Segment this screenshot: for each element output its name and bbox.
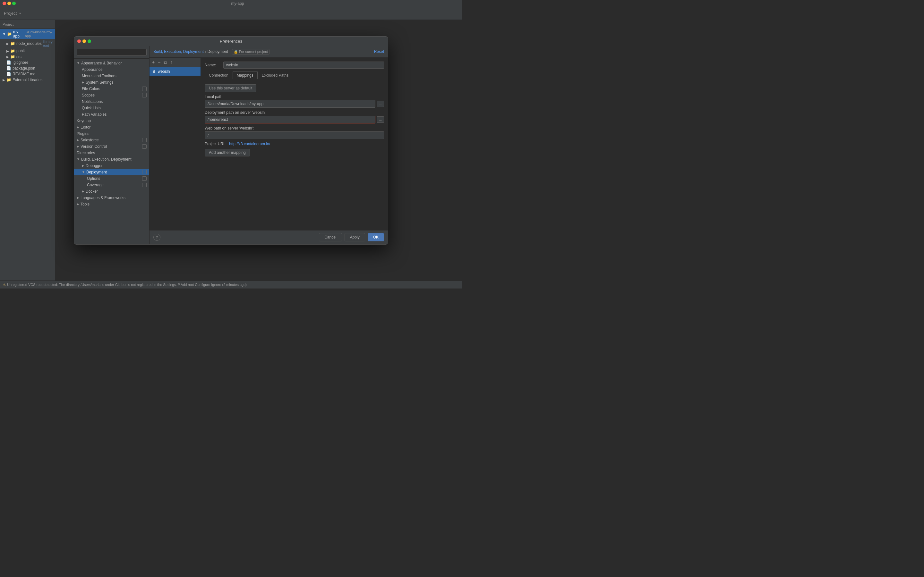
pref-item-keymap[interactable]: Keymap xyxy=(74,118,149,124)
tab-excluded-paths-label: Excluded Paths xyxy=(262,73,288,77)
pref-item-appearance[interactable]: Appearance xyxy=(74,66,149,73)
server-name-input[interactable] xyxy=(223,61,384,69)
tab-mappings[interactable]: Mappings xyxy=(233,71,258,79)
arrow-salesforce: ▶ xyxy=(77,138,79,142)
tab-excluded-paths[interactable]: Excluded Paths xyxy=(258,71,292,79)
pref-item-options[interactable]: Options xyxy=(74,175,149,182)
tree-item-gitignore[interactable]: 📄 .gitignore xyxy=(0,60,55,65)
pref-item-languages[interactable]: ▶ Languages & Frameworks xyxy=(74,195,149,201)
tree-label-public: public xyxy=(16,49,26,53)
pref-label-system-settings: System Settings xyxy=(86,80,113,85)
close-window-btn[interactable] xyxy=(3,2,6,5)
pref-item-quick-lists[interactable]: Quick Lists xyxy=(74,105,149,111)
minimize-window-btn[interactable] xyxy=(7,2,11,5)
library-root-badge: library root xyxy=(43,40,53,47)
tabs-row: Connection Mappings Excluded Paths xyxy=(205,71,384,79)
tree-item-node-modules[interactable]: ▶ 📁 node_modules library root xyxy=(0,39,55,48)
pref-item-notifications[interactable]: Notifications xyxy=(74,98,149,105)
file-icon-readme: 📄 xyxy=(6,72,11,76)
dialog-minimize-btn[interactable] xyxy=(82,39,86,43)
options-badge xyxy=(142,176,147,181)
file-icon-gitignore: 📄 xyxy=(6,60,11,65)
app-title: my-app xyxy=(16,1,459,6)
tree-item-root[interactable]: ▼ 📁 my-app ~/Downloads/my-app xyxy=(0,29,55,39)
pref-item-appearance-behavior[interactable]: ▼ Appearance & Behavior xyxy=(74,60,149,66)
deployment-path-browse-btn[interactable]: ... xyxy=(376,116,384,123)
arrow-languages: ▶ xyxy=(77,196,79,199)
project-url-link[interactable]: http://x3.containerum.io/ xyxy=(229,142,270,146)
pref-item-directories[interactable]: Directories xyxy=(74,150,149,156)
pref-label-notifications: Notifications xyxy=(82,99,103,104)
pref-item-version-control[interactable]: ▶ Version Control xyxy=(74,143,149,150)
copy-server-btn[interactable]: ⧉ xyxy=(162,59,168,66)
breadcrumb-tag-text: For current project xyxy=(239,50,268,53)
maximize-window-btn[interactable] xyxy=(12,2,16,5)
pref-item-system-settings[interactable]: ▶ System Settings xyxy=(74,79,149,85)
pref-item-path-variables[interactable]: Path Variables xyxy=(74,111,149,118)
salesforce-badge xyxy=(142,138,147,142)
tree-item-readme[interactable]: 📄 README.md xyxy=(0,71,55,77)
deployment-path-input[interactable] xyxy=(205,116,375,123)
server-list-container: + − ⧉ ↑ 🖥 websln xyxy=(150,58,201,230)
local-path-input[interactable] xyxy=(205,100,375,108)
pref-item-menus-toolbars[interactable]: Menus and Toolbars xyxy=(74,73,149,79)
ok-button[interactable]: OK xyxy=(368,233,384,242)
window-controls[interactable] xyxy=(3,2,16,5)
dialog-close-btn[interactable] xyxy=(78,39,81,43)
web-path-field: Web path on server 'websln': xyxy=(205,126,384,139)
deployment-path-input-row: ... xyxy=(205,116,384,123)
folder-icon-public: 📁 xyxy=(10,49,15,53)
tree-arrow-src: ▶ xyxy=(6,55,9,59)
breadcrumb-part1[interactable]: Build, Execution, Deployment xyxy=(153,49,204,54)
local-path-browse-btn[interactable]: ... xyxy=(376,101,384,107)
tab-connection[interactable]: Connection xyxy=(205,71,233,79)
move-server-up-btn[interactable]: ↑ xyxy=(169,59,174,65)
folder-icon-external-libs: 📁 xyxy=(6,77,11,82)
pref-item-debugger[interactable]: ▶ Debugger xyxy=(74,163,149,169)
pref-item-build-execution[interactable]: ▼ Build, Execution, Deployment xyxy=(74,156,149,163)
web-path-input-row xyxy=(205,131,384,139)
tree-label-gitignore: .gitignore xyxy=(13,60,28,65)
pref-item-coverage[interactable]: Coverage xyxy=(74,182,149,188)
pref-item-docker[interactable]: ▶ Docker xyxy=(74,188,149,195)
dialog-maximize-btn[interactable] xyxy=(87,39,91,43)
server-list: 🖥 websln xyxy=(150,67,200,230)
tree-item-src[interactable]: ▶ 📁 src xyxy=(0,54,55,60)
tree-item-package-json[interactable]: 📄 package.json xyxy=(0,65,55,71)
web-path-input[interactable] xyxy=(205,131,384,139)
pref-item-scopes[interactable]: Scopes xyxy=(74,92,149,98)
reset-button[interactable]: Reset xyxy=(374,49,384,54)
titlebar: my-app xyxy=(0,0,462,7)
cancel-button[interactable]: Cancel xyxy=(319,233,342,242)
pref-label-salesforce: Salesforce xyxy=(81,138,99,142)
toolbar-project-btn[interactable]: Project xyxy=(3,10,18,16)
dialog-window-controls[interactable] xyxy=(78,39,91,43)
tree-label-package-json: package.json xyxy=(13,66,35,71)
add-server-btn[interactable]: + xyxy=(151,59,156,65)
pref-label-directories: Directories xyxy=(77,151,95,155)
server-item-websln[interactable]: 🖥 websln xyxy=(150,67,200,76)
pref-item-deployment[interactable]: ▼ Deployment xyxy=(74,169,149,175)
apply-button[interactable]: Apply xyxy=(344,233,365,242)
add-mapping-btn[interactable]: Add another mapping xyxy=(205,149,250,156)
tree-item-external-libs[interactable]: ▶ 📁 External Libraries xyxy=(0,77,55,83)
help-button[interactable]: ? xyxy=(153,234,160,241)
remove-server-btn[interactable]: − xyxy=(157,59,162,65)
arrow-appearance-behavior: ▼ xyxy=(77,61,80,65)
pref-item-plugins[interactable]: Plugins xyxy=(74,131,149,137)
pref-item-salesforce[interactable]: ▶ Salesforce xyxy=(74,137,149,143)
preferences-right-panel: Build, Execution, Deployment › Deploymen… xyxy=(150,46,388,244)
preferences-dialog[interactable]: Preferences ▼ Appearance & Behavior Appe… xyxy=(74,36,388,245)
tree-item-public[interactable]: ▶ 📁 public xyxy=(0,48,55,54)
coverage-badge xyxy=(142,183,147,187)
server-list-toolbar: + − ⧉ ↑ xyxy=(150,58,200,67)
pref-item-editor[interactable]: ▶ Editor xyxy=(74,124,149,131)
server-item-name: websln xyxy=(158,69,170,74)
pref-label-tools: Tools xyxy=(81,202,89,206)
deployment-badge xyxy=(142,170,147,174)
mappings-content: Use this server as default Local path: .… xyxy=(205,82,384,156)
pref-item-file-colors[interactable]: File Colors xyxy=(74,85,149,92)
pref-item-tools[interactable]: ▶ Tools xyxy=(74,201,149,207)
use-server-default-btn[interactable]: Use this server as default xyxy=(205,84,256,92)
search-input[interactable] xyxy=(77,49,147,56)
